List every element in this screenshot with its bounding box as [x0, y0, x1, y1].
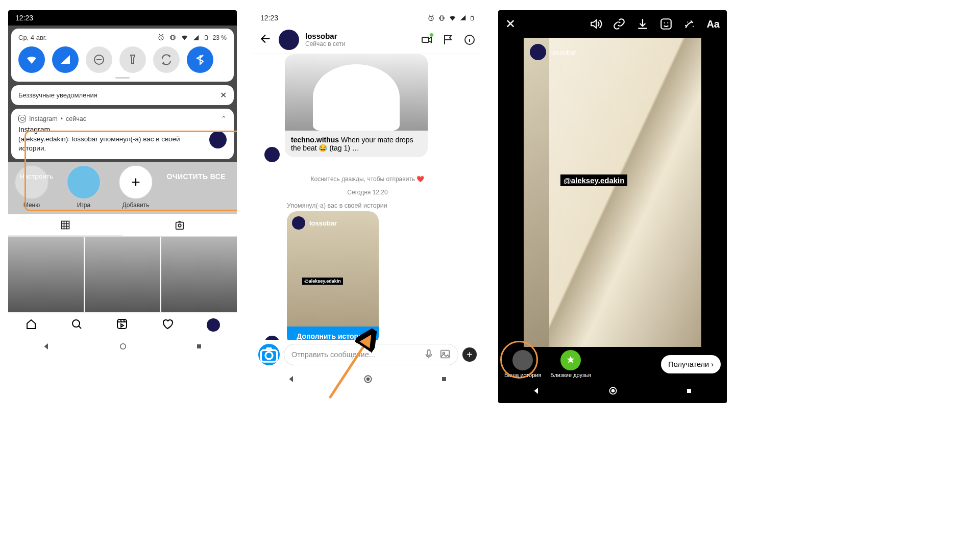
- screen-notification-shade: 12:23 Ср, 4 авг. 23 %: [8, 10, 237, 403]
- notification-card[interactable]: Instagram • сейчас ⌃ Instagram (aleksey.…: [11, 109, 234, 159]
- notif-separator: •: [61, 115, 63, 122]
- svg-rect-25: [442, 377, 446, 381]
- nav-activity-icon[interactable]: [161, 318, 174, 332]
- cell-signal-icon: [459, 14, 467, 21]
- nav-home-icon[interactable]: [25, 318, 37, 332]
- close-icon[interactable]: ✕: [220, 90, 227, 100]
- recipients-label: Получатели: [668, 360, 709, 368]
- double-tap-hint: Коснитесь дважды, чтобы отправить ❤️: [259, 176, 476, 183]
- effects-icon[interactable]: [683, 17, 696, 31]
- back-button[interactable]: [259, 32, 273, 47]
- silent-notifications-header: Беззвучные уведомления ✕: [11, 85, 234, 105]
- chat-presence: Сейчас в сети: [305, 40, 346, 47]
- nav-recents-icon[interactable]: [685, 387, 693, 397]
- message-input[interactable]: Отправить сообщение...: [291, 350, 418, 359]
- svg-point-19: [265, 352, 273, 359]
- download-icon[interactable]: [636, 17, 649, 31]
- story-owner-name: lossobar: [551, 48, 576, 56]
- tab-tagged[interactable]: [122, 214, 237, 236]
- gallery-icon[interactable]: [439, 348, 451, 361]
- battery-icon: [470, 14, 475, 22]
- svg-rect-9: [117, 319, 127, 329]
- svg-point-7: [178, 224, 181, 227]
- nav-back-icon[interactable]: [42, 342, 51, 353]
- grid-thumb[interactable]: [8, 237, 84, 312]
- mention-sticker[interactable]: @aleksey.edakin: [560, 174, 627, 186]
- chat-timestamp: Сегодня 12:20: [259, 189, 476, 196]
- grid-thumb[interactable]: [161, 237, 237, 312]
- add-to-story-button[interactable]: Дополнить историю: [287, 327, 379, 340]
- svg-rect-11: [197, 344, 201, 348]
- sticker-icon[interactable]: [659, 17, 673, 31]
- nav-search-icon[interactable]: [70, 318, 83, 332]
- mention-label: Упомянул(‑а) вас в своей истории: [287, 202, 476, 209]
- android-navbar: [253, 369, 482, 391]
- story-canvas[interactable]: lossobar @aleksey.edakin: [524, 38, 701, 347]
- chat-header: lossobar Сейчас в сети: [253, 26, 482, 54]
- svg-rect-16: [422, 37, 429, 42]
- svg-rect-27: [662, 19, 672, 29]
- instagram-profile-background: Настроить ОЧИСТИТЬ ВСЕ Меню Игра + Добав…: [8, 162, 237, 358]
- nav-recents-icon[interactable]: [195, 342, 203, 353]
- close-button[interactable]: ✕: [505, 17, 516, 31]
- recipients-button[interactable]: Получатели ›: [661, 355, 721, 373]
- story-editor-toolbar: ✕ Aa: [498, 10, 727, 38]
- qs-dnd-toggle[interactable]: [86, 46, 112, 73]
- svg-rect-13: [440, 16, 443, 20]
- clock: 12:23: [15, 14, 33, 22]
- svg-rect-21: [441, 350, 450, 358]
- svg-point-24: [366, 378, 370, 381]
- flag-button[interactable]: [442, 34, 454, 46]
- svg-point-31: [611, 389, 615, 393]
- highlight-menu[interactable]: [14, 165, 49, 199]
- sound-icon[interactable]: [589, 17, 602, 31]
- qs-bluetooth-toggle[interactable]: [187, 46, 213, 73]
- chat-username[interactable]: lossobar: [305, 32, 346, 40]
- status-bar: 12:23: [8, 10, 237, 26]
- text-tool[interactable]: Aa: [706, 18, 720, 30]
- shared-post-image[interactable]: [285, 54, 428, 131]
- info-button[interactable]: [463, 34, 476, 46]
- chevron-up-icon[interactable]: ⌃: [221, 115, 227, 122]
- chat-avatar[interactable]: [279, 30, 299, 50]
- qs-date: Ср, 4 авг.: [18, 34, 47, 41]
- nav-back-icon[interactable]: [287, 374, 296, 386]
- clock: 12:23: [260, 14, 278, 22]
- nav-reels-icon[interactable]: [116, 318, 128, 332]
- chat-messages[interactable]: techno.withus When your mate drops the b…: [253, 54, 482, 340]
- nav-back-icon[interactable]: [532, 386, 541, 397]
- close-friends-button[interactable]: Близкие друзья: [550, 350, 591, 378]
- alarm-icon: [427, 14, 435, 22]
- highlight-add[interactable]: +: [118, 165, 153, 199]
- nav-profile-icon[interactable]: [207, 318, 220, 332]
- qs-cellular-toggle[interactable]: [52, 46, 79, 73]
- svg-rect-6: [176, 222, 184, 230]
- grid-thumb[interactable]: [85, 237, 160, 312]
- highlight-label: Добавить: [118, 202, 153, 209]
- wifi-icon: [181, 34, 188, 41]
- notif-title: Instagram: [18, 126, 227, 134]
- highlight-game[interactable]: [66, 165, 101, 199]
- tab-grid[interactable]: [8, 214, 122, 236]
- add-sticker-button[interactable]: +: [462, 347, 477, 362]
- cell-signal-icon: [192, 34, 200, 41]
- shade-drag-handle[interactable]: [115, 77, 130, 79]
- nav-home-icon[interactable]: [363, 374, 373, 386]
- clear-all-button[interactable]: ОЧИСТИТЬ ВСЕ: [167, 172, 226, 181]
- nav-home-icon[interactable]: [608, 386, 618, 398]
- manage-button[interactable]: Настроить: [19, 172, 53, 180]
- link-icon[interactable]: [612, 17, 626, 31]
- your-story-button[interactable]: Ваша история: [504, 350, 541, 378]
- voice-message-icon[interactable]: [423, 348, 434, 361]
- instagram-bottom-nav: [8, 312, 237, 337]
- nav-home-icon[interactable]: [118, 342, 128, 353]
- video-call-button[interactable]: [421, 34, 433, 46]
- svg-rect-3: [205, 35, 207, 36]
- qs-flashlight-toggle[interactable]: [119, 46, 146, 73]
- qs-wifi-toggle[interactable]: [18, 46, 45, 73]
- nav-recents-icon[interactable]: [440, 375, 448, 385]
- camera-button[interactable]: [258, 344, 280, 365]
- story-mention-card[interactable]: lossobar @aleksey.edakin Дополнить истор…: [287, 211, 379, 340]
- qs-rotate-toggle[interactable]: [153, 46, 180, 73]
- shared-post-caption[interactable]: techno.withus When your mate drops the b…: [285, 131, 428, 157]
